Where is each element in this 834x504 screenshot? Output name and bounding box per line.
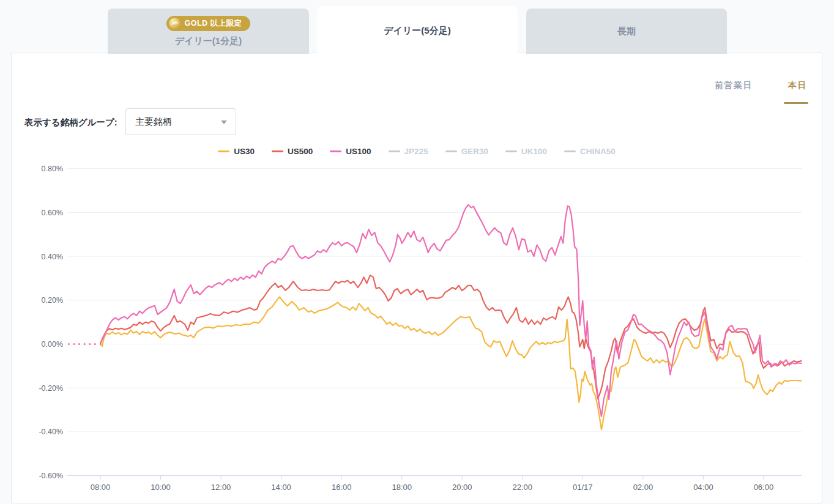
tab-label: 長期 xyxy=(617,26,636,37)
y-axis-label: 0.20% xyxy=(42,296,63,305)
y-axis-label: -0.20% xyxy=(39,384,63,393)
x-axis-label: 14:00 xyxy=(271,483,291,492)
x-axis-label: 06:00 xyxy=(754,483,774,492)
y-axis-label: 0.60% xyxy=(42,209,63,217)
series-us30-line[interactable] xyxy=(100,297,802,429)
y-axis-label: 0.40% xyxy=(42,253,63,261)
x-axis-label: 02:00 xyxy=(633,483,653,492)
series-us100-line[interactable] xyxy=(100,205,802,417)
gold-badge-label: GOLD 以上限定 xyxy=(184,18,242,29)
x-axis-label: 10:00 xyxy=(151,483,171,492)
series-us500-line[interactable] xyxy=(100,275,802,399)
tab-long-term[interactable]: 長期 xyxy=(526,9,727,54)
price-change-chart[interactable]: 0.80%0.60%0.40%0.20%0.00%-0.20%-0.40%-0.… xyxy=(0,0,834,504)
y-axis-label: 0.80% xyxy=(42,165,63,173)
x-axis-label: 04:00 xyxy=(693,483,713,492)
tab-label: デイリー(5分足) xyxy=(384,25,450,37)
gold-badge: GOLD 以上限定 xyxy=(166,16,250,31)
x-axis-label: 22:00 xyxy=(513,483,533,492)
tab-daily-1min[interactable]: GOLD 以上限定 デイリー(1分足) xyxy=(108,9,309,54)
x-axis-label: 20:00 xyxy=(452,483,472,492)
x-axis-label: 18:00 xyxy=(392,483,412,492)
gold-coin-icon xyxy=(169,18,181,29)
y-axis-label: -0.40% xyxy=(39,428,63,436)
x-axis-label: 16:00 xyxy=(332,483,352,492)
x-axis-label: 01/17 xyxy=(573,483,593,492)
y-axis-label: 0.00% xyxy=(42,340,63,349)
tab-label: デイリー(1分足) xyxy=(175,35,242,47)
y-axis-label: -0.60% xyxy=(39,472,63,480)
x-axis-label: 08:00 xyxy=(91,483,111,492)
x-axis-label: 12:00 xyxy=(211,483,231,492)
tab-daily-5min[interactable]: デイリー(5分足) xyxy=(317,6,518,55)
